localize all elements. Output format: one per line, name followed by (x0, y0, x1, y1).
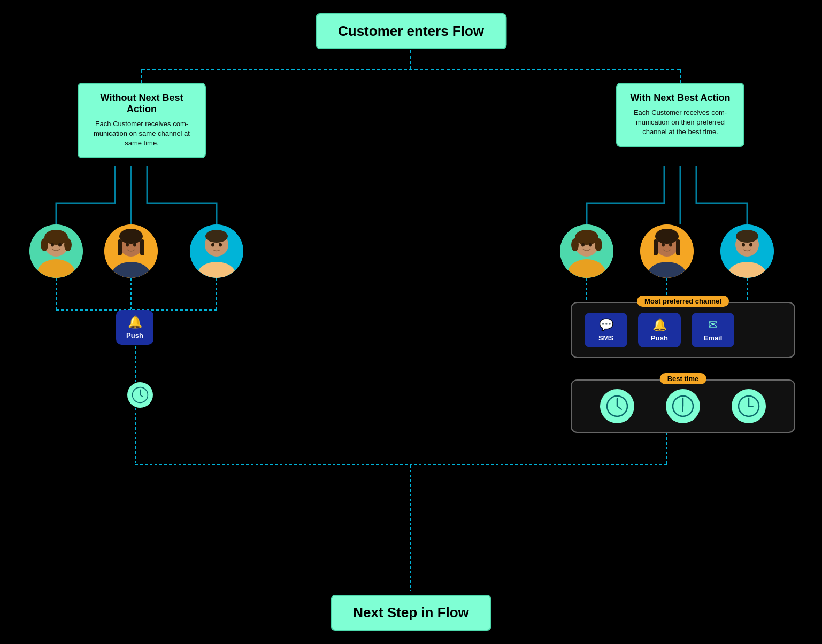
time-panel-right: Best time (571, 379, 795, 433)
diagram-container: Customer enters Flow Without Next Best A… (0, 0, 822, 644)
sms-icon: 💬 (599, 318, 613, 332)
right-branch-title: With Next Best Action (628, 92, 733, 104)
clock-time-2 (666, 389, 700, 423)
top-box: Customer enters Flow (316, 13, 506, 49)
avatar-right-1 (560, 224, 613, 278)
bottom-box-title: Next Step in Flow (353, 604, 469, 620)
svg-point-62 (742, 243, 745, 247)
svg-point-24 (41, 238, 48, 251)
avatar-left-1 (29, 224, 83, 278)
bottom-box: Next Step in Flow (331, 595, 491, 631)
clock-left (127, 382, 153, 408)
left-branch-desc: Each Customer receives com-munication on… (89, 119, 194, 149)
time-panel-label: Best time (660, 373, 706, 384)
svg-point-41 (219, 243, 222, 247)
avatar-right-3 (720, 224, 774, 278)
svg-rect-55 (676, 239, 680, 255)
svg-point-34 (126, 243, 129, 247)
svg-line-66 (140, 395, 143, 397)
channel-panel-right: Most preferred channel 💬 SMS 🔔 Push ✉ Em… (571, 302, 795, 358)
svg-point-40 (211, 243, 214, 247)
svg-point-47 (595, 238, 602, 251)
svg-point-46 (571, 238, 579, 251)
svg-rect-54 (654, 239, 658, 255)
svg-point-48 (581, 243, 585, 247)
avatar-left-2 (104, 224, 158, 278)
push-label-left: Push (126, 331, 143, 339)
svg-point-26 (51, 243, 54, 247)
left-branch-box: Without Next Best Action Each Customer r… (78, 83, 206, 158)
svg-point-25 (64, 238, 72, 251)
email-button[interactable]: ✉ Email (692, 313, 734, 347)
svg-line-69 (617, 406, 621, 409)
svg-point-27 (58, 243, 62, 247)
svg-point-39 (205, 230, 228, 243)
email-label: Email (704, 334, 723, 342)
svg-point-31 (119, 229, 143, 244)
sms-label: SMS (598, 334, 613, 342)
clock-time-3 (732, 389, 766, 423)
push-icon-left: 🔔 (128, 315, 142, 329)
svg-rect-32 (118, 239, 122, 255)
svg-point-35 (133, 243, 136, 247)
svg-point-61 (736, 230, 758, 243)
clock-time-1 (600, 389, 634, 423)
push-button-left[interactable]: 🔔 Push (116, 310, 153, 345)
svg-rect-33 (140, 239, 144, 255)
avatar-right-2 (640, 224, 694, 278)
channel-panel-label: Most preferred channel (637, 296, 729, 307)
svg-point-56 (662, 243, 665, 247)
top-box-title: Customer enters Flow (338, 23, 484, 39)
svg-point-53 (655, 229, 679, 244)
email-icon: ✉ (708, 318, 718, 332)
svg-point-23 (44, 230, 68, 245)
sms-button[interactable]: 💬 SMS (585, 313, 627, 347)
svg-point-63 (749, 243, 752, 247)
svg-point-57 (669, 243, 672, 247)
left-branch-title: Without Next Best Action (89, 92, 194, 115)
push-button-right[interactable]: 🔔 Push (638, 313, 681, 347)
right-branch-box: With Next Best Action Each Customer rece… (616, 83, 744, 147)
push-icon-right: 🔔 (652, 318, 667, 332)
right-branch-desc: Each Customer receives com-munication on… (628, 108, 733, 137)
svg-point-49 (589, 243, 592, 247)
avatar-left-3 (190, 224, 243, 278)
svg-point-45 (575, 230, 598, 245)
push-label-right: Push (651, 334, 668, 342)
